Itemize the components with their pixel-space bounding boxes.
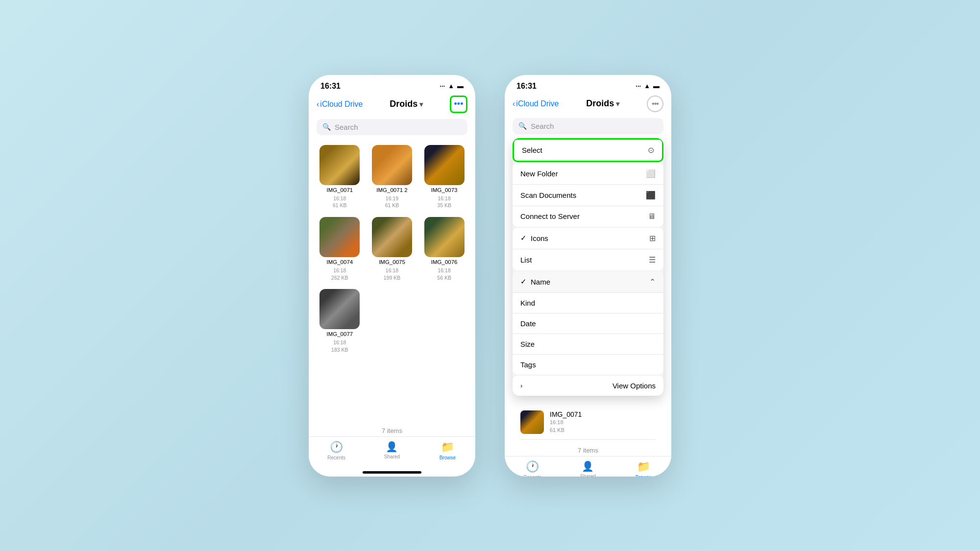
file-item-img0073[interactable]: IMG_0073 16:1835 KB (421, 145, 467, 209)
battery-icon: ▬ (457, 82, 464, 90)
status-icons: ··· ▲ ▬ (636, 82, 660, 90)
file-thumbnail (319, 217, 360, 257)
file-meta: 16:1835 KB (437, 195, 451, 209)
menu-actions-section: New Folder ⬜ Scan Documents ⬛ Connect to… (513, 163, 663, 227)
status-time: 16:31 (320, 82, 341, 91)
new-folder-menu-item[interactable]: New Folder ⬜ (513, 163, 663, 185)
view-options-label: View Options (612, 382, 656, 390)
ellipsis-icon: ••• (454, 99, 464, 109)
back-button[interactable]: ‹ iCloud Drive (317, 100, 363, 109)
signal-icon: ··· (440, 82, 445, 90)
select-label: Select (522, 146, 542, 154)
left-phone: 16:31 ··· ▲ ▬ ‹ iCloud Drive Droids ▾ ••… (309, 75, 475, 477)
connect-server-menu-item[interactable]: Connect to Server 🖥 (513, 206, 663, 227)
wifi-icon: ▲ (448, 82, 454, 90)
sort-date-item[interactable]: Date (513, 313, 663, 334)
icons-label: Icons (531, 234, 649, 242)
file-thumbnail (520, 410, 544, 434)
connect-server-label: Connect to Server (520, 212, 580, 220)
file-name: IMG_0075 (379, 259, 405, 265)
right-file-row[interactable]: IMG_0071 16:1861 KB (520, 406, 656, 440)
kind-label: Kind (520, 299, 656, 307)
search-icon: 🔍 (322, 123, 331, 131)
size-label: Size (520, 340, 656, 348)
title-chevron-icon: ▾ (616, 100, 619, 108)
file-thumbnail (372, 217, 412, 257)
new-folder-icon: ⬜ (646, 169, 656, 178)
file-thumbnail (319, 289, 360, 329)
file-name: IMG_0071 (326, 187, 353, 193)
ellipsis-icon: ••• (652, 99, 659, 108)
nav-bar: ‹ iCloud Drive Droids ▾ ••• (309, 94, 475, 117)
tags-label: Tags (520, 360, 656, 369)
file-meta: 16:18183 KB (331, 339, 348, 353)
search-bar[interactable]: 🔍 Search (317, 119, 467, 135)
folder-title: Droids (586, 98, 614, 109)
sort-tags-item[interactable]: Tags (513, 355, 663, 375)
items-count: 7 items (309, 424, 475, 436)
battery-icon: ▬ (653, 82, 660, 90)
recents-icon: 🕐 (526, 460, 539, 473)
tab-recents-label: Recents (327, 455, 345, 460)
items-count: 7 items (505, 444, 671, 456)
file-meta: 16:1961 KB (385, 195, 399, 209)
search-placeholder: Search (531, 122, 554, 130)
new-folder-label: New Folder (520, 169, 558, 178)
search-bar[interactable]: 🔍 Search (513, 118, 663, 134)
check-icon: ✓ (520, 234, 527, 242)
tab-shared[interactable]: 👤 Shared (560, 460, 615, 477)
file-name: IMG_0071 (550, 410, 656, 418)
more-options-button[interactable]: ••• (647, 96, 663, 112)
select-menu-item[interactable]: Select ⊙ (514, 140, 662, 161)
tab-recents-label: Recents (523, 475, 541, 477)
file-item-img0076[interactable]: IMG_0076 16:1856 KB (421, 217, 467, 281)
view-options-chevron: › (520, 382, 522, 389)
folder-title: Droids (390, 99, 417, 109)
tab-recents[interactable]: 🕐 Recents (309, 441, 364, 460)
file-thumbnail (424, 217, 465, 257)
nav-title: Droids ▾ (390, 99, 423, 109)
browse-icon: 📁 (637, 460, 650, 473)
tab-browse-label: Browse (636, 475, 652, 477)
file-meta: 16:1861 KB (550, 418, 656, 434)
back-button[interactable]: ‹ iCloud Drive (513, 99, 559, 108)
back-chevron-icon: ‹ (513, 99, 515, 108)
icons-view-item[interactable]: ✓ Icons ⊞ (513, 228, 663, 249)
file-item-img00712[interactable]: IMG_0071 2 16:1961 KB (369, 145, 416, 209)
tab-recents[interactable]: 🕐 Recents (505, 460, 560, 477)
view-options-item[interactable]: › View Options (513, 376, 663, 396)
search-placeholder: Search (335, 123, 358, 131)
status-bar: 16:31 ··· ▲ ▬ (309, 75, 475, 94)
scan-documents-menu-item[interactable]: Scan Documents ⬛ (513, 185, 663, 206)
file-meta: 16:1861 KB (333, 195, 347, 209)
tab-bar: 🕐 Recents 👤 Shared 📁 Browse (505, 456, 671, 477)
status-time: 16:31 (516, 82, 537, 91)
tab-shared[interactable]: 👤 Shared (364, 441, 419, 460)
file-meta: 16:1856 KB (437, 267, 451, 281)
file-name: IMG_0074 (326, 259, 353, 265)
more-options-button[interactable]: ••• (450, 96, 467, 113)
scan-documents-label: Scan Documents (520, 191, 576, 199)
tab-browse[interactable]: 📁 Browse (616, 460, 671, 477)
sort-collapse-icon: ⌃ (649, 277, 656, 287)
tab-browse[interactable]: 📁 Browse (420, 441, 475, 460)
sort-size-item[interactable]: Size (513, 334, 663, 355)
sort-name-label: Name (531, 278, 649, 286)
select-icon: ⊙ (648, 145, 654, 155)
list-view-item[interactable]: List ☰ (513, 249, 663, 270)
file-item-img0074[interactable]: IMG_0074 16:18262 KB (317, 217, 363, 281)
wifi-icon: ▲ (644, 82, 650, 90)
file-item-img0077[interactable]: IMG_0077 16:18183 KB (317, 289, 363, 353)
scan-documents-icon: ⬛ (646, 191, 656, 200)
sort-name-item[interactable]: ✓ Name ⌃ (513, 271, 663, 293)
nav-title: Droids ▾ (586, 98, 619, 109)
sort-kind-item[interactable]: Kind (513, 293, 663, 313)
search-icon: 🔍 (518, 122, 527, 130)
menu-view-section: ✓ Icons ⊞ List ☰ (513, 228, 663, 270)
tab-shared-label: Shared (384, 454, 400, 459)
file-name: IMG_0073 (431, 187, 458, 193)
file-thumbnail (319, 145, 360, 185)
file-item-img0071[interactable]: IMG_0071 16:1861 KB (317, 145, 363, 209)
file-item-img0075[interactable]: IMG_0075 16:18199 KB (369, 217, 416, 281)
file-info: IMG_0071 16:1861 KB (550, 410, 656, 434)
